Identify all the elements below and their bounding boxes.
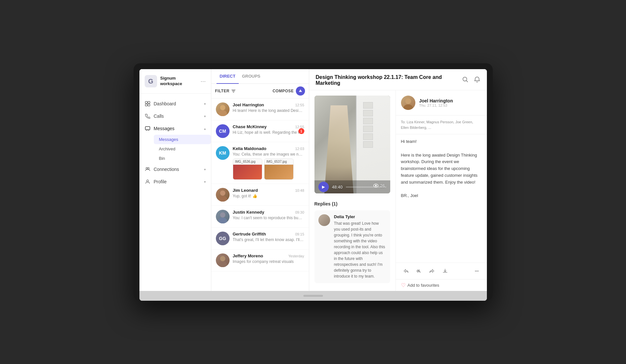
- unread-badge: 1: [298, 128, 304, 134]
- attachment-image: [233, 165, 262, 179]
- bell-icon[interactable]: [474, 76, 480, 84]
- svg-point-14: [218, 196, 227, 202]
- sub-nav-bin[interactable]: Bin: [154, 154, 211, 163]
- svg-point-11: [220, 105, 225, 110]
- messages-chevron: ▴: [204, 127, 206, 130]
- svg-point-16: [218, 218, 227, 223]
- message-item[interactable]: Jim Leonard 10:48 Yup, got it! 👍: [211, 184, 309, 206]
- detail-to: To: Liza Kinner, Magnus Persson, Joe Gre…: [401, 119, 482, 130]
- reply-text: That was great! Love how you used post-i…: [334, 220, 386, 279]
- message-item[interactable]: Joel Harrington 12:55 Hi team! Here is t…: [211, 99, 309, 120]
- avatar: GG: [216, 232, 230, 245]
- detail-sender-info: Joel Harrington Thu. 27.11, 12:53: [419, 98, 453, 107]
- avatar: [216, 210, 230, 223]
- sidebar-item-calls[interactable]: Calls ▾: [139, 110, 211, 122]
- msg-time: 12:55: [295, 103, 304, 107]
- avatar: [216, 188, 230, 202]
- attachment-name: IMG_6537.jpg: [265, 159, 293, 165]
- detail-body: Hi team! Here is the long awated Design …: [396, 134, 487, 263]
- message-item[interactable]: KM Kelia Maldonado 12:03 You: Celia, the…: [211, 142, 309, 184]
- svg-point-13: [220, 190, 225, 196]
- msg-name: Kelia Maldonado: [233, 146, 266, 151]
- svg-rect-4: [145, 127, 150, 130]
- connections-chevron: ▾: [204, 168, 206, 171]
- message-item[interactable]: GG Gertrude Griffith 09:15 That's great,…: [211, 228, 309, 250]
- filter-icon: [231, 89, 236, 93]
- tab-direct[interactable]: DIRECT: [217, 69, 239, 84]
- reply-content: Delia Tyler That was great! Love how you…: [334, 214, 386, 279]
- compose-label: COMPOSE: [273, 89, 294, 93]
- reply-button[interactable]: [401, 266, 411, 276]
- reply-all-button[interactable]: [414, 266, 424, 276]
- svg-point-18: [218, 261, 227, 267]
- header-icons: [462, 76, 480, 84]
- svg-point-6: [148, 168, 149, 169]
- msg-name: Jeffery Moreno: [233, 253, 263, 258]
- msg-content: Chase McKinney 12:55 Hi Liz, hope all is…: [233, 124, 304, 138]
- views-count: 26: [380, 183, 385, 188]
- sidebar-item-messages[interactable]: Messages ▴: [139, 122, 211, 135]
- sidebar-item-dashboard[interactable]: Dashboard ▾: [139, 98, 211, 110]
- detail-avatar: [401, 96, 415, 110]
- detail-greeting: Hi team!: [401, 138, 482, 145]
- messages-panel: DIRECT GROUPS FILTER COMPOSE: [211, 69, 309, 291]
- svg-rect-3: [148, 104, 150, 106]
- svg-rect-2: [145, 104, 147, 106]
- add-to-favourites-button[interactable]: ♡ Add to favourites: [396, 280, 487, 291]
- tab-groups[interactable]: GROUPS: [239, 69, 264, 84]
- svg-point-7: [147, 180, 149, 182]
- msg-name: Joel Harrington: [233, 102, 264, 107]
- dashboard-icon: [145, 101, 151, 107]
- replies-header: Replies (1): [314, 201, 390, 206]
- avatar: KM: [216, 146, 230, 160]
- connections-label: Connections: [154, 167, 201, 172]
- messages-sub-nav: Messages Archived Bin: [139, 135, 211, 163]
- more-actions-button[interactable]: [472, 266, 482, 276]
- video-container: ▶ 48:40 26: [314, 96, 390, 193]
- msg-content: Gertrude Griffith 09:15 That's great, I'…: [233, 232, 304, 245]
- attachment-preview: IMG_6536.jpg IMG_6537.jpg: [233, 159, 304, 180]
- svg-point-5: [146, 168, 148, 169]
- message-item[interactable]: Justin Kennedy 09:30 You: I can't seem t…: [211, 206, 309, 228]
- compose-button[interactable]: COMPOSE: [273, 86, 305, 96]
- workspace-menu-button[interactable]: ⋯: [201, 78, 206, 84]
- attachment-thumb: IMG_6536.jpg: [233, 159, 262, 180]
- detail-meta: To: Liza Kinner, Magnus Persson, Joe Gre…: [396, 115, 487, 134]
- sub-nav-messages[interactable]: Messages: [154, 135, 211, 144]
- message-item[interactable]: Jeffery Moreno Yesterday Images for comp…: [211, 250, 309, 271]
- detail-sender-time: Thu. 27.11, 12:53: [419, 103, 453, 107]
- msg-name: Chase McKinney: [233, 124, 267, 129]
- msg-time: 12:03: [295, 147, 304, 151]
- msg-preview: You: I can't seem to reproduce this bug.…: [233, 216, 304, 220]
- detail-actions: [396, 263, 487, 280]
- play-button[interactable]: ▶: [318, 182, 329, 192]
- sidebar-nav: Dashboard ▾ Calls ▾: [139, 94, 211, 291]
- svg-rect-8: [232, 90, 235, 90]
- filter-button[interactable]: FILTER: [215, 89, 236, 93]
- messages-label: Messages: [154, 126, 201, 131]
- download-button[interactable]: [440, 266, 450, 276]
- connections-icon: [145, 166, 151, 172]
- message-item[interactable]: CM Chase McKinney 12:55 Hi Liz, hope all…: [211, 120, 309, 142]
- msg-content: Jim Leonard 10:48 Yup, got it! 👍: [233, 188, 304, 202]
- sidebar-item-connections[interactable]: Connections ▾: [139, 163, 211, 175]
- sidebar: G Signum workspace ⋯: [139, 69, 211, 291]
- reply-avatar: [318, 214, 330, 226]
- svg-rect-0: [145, 101, 147, 103]
- msg-preview: That's great, I'll let them know asap. I…: [233, 237, 304, 242]
- replies-section: Replies (1) Delia Tyler That was great! …: [314, 199, 390, 286]
- profile-chevron: ▾: [204, 180, 206, 184]
- search-icon[interactable]: [462, 76, 469, 84]
- msg-preview: You: Celia, these are the images we need…: [233, 152, 304, 157]
- reply-name: Delia Tyler: [334, 214, 386, 219]
- detail-sender-name: Joel Harrington: [419, 98, 453, 103]
- workspace-logo: G: [145, 75, 157, 87]
- favourites-label: Add to favourites: [408, 283, 440, 288]
- reply-item: Delia Tyler That was great! Love how you…: [314, 210, 390, 283]
- msg-name: Jim Leonard: [233, 188, 258, 193]
- forward-button[interactable]: [427, 266, 437, 276]
- sub-nav-archived[interactable]: Archived: [154, 144, 211, 154]
- compose-icon: [296, 86, 305, 96]
- attachment-thumb: IMG_6537.jpg: [264, 159, 294, 180]
- sidebar-item-profile[interactable]: Profile ▾: [139, 175, 211, 188]
